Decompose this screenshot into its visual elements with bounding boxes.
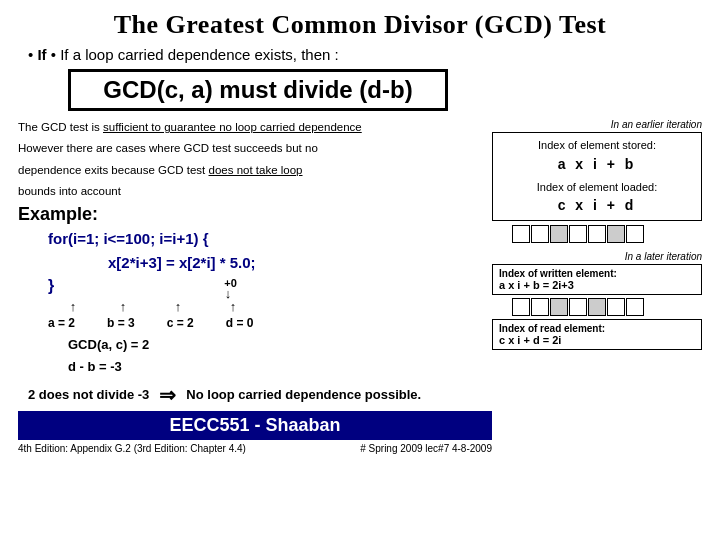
- example-label: Example:: [18, 204, 492, 225]
- arrow-annotations: ↑ ↑ ↑ ↑: [48, 299, 492, 314]
- gcd-description-4: bounds into account: [18, 183, 492, 200]
- gcd-calc-2: d - b = -3: [68, 356, 492, 378]
- ann-d: ↑: [208, 299, 258, 314]
- array-vis-top: [512, 225, 702, 243]
- written-value: a x i + b = 2i+3: [499, 279, 695, 291]
- read-value: c x i + d = 2i: [499, 334, 695, 346]
- read-element-box: Index of read element: c x i + d = 2i: [492, 319, 702, 350]
- bcell-3: [550, 298, 568, 316]
- bcell-1: [512, 298, 530, 316]
- cell-6: [607, 225, 625, 243]
- bcell-5: [588, 298, 606, 316]
- written-element-box: Index of written element: a x i + b = 2i…: [492, 264, 702, 295]
- code-brace: }: [48, 277, 54, 295]
- index-loaded-value: c x i + d: [501, 195, 693, 216]
- footer-left: 4th Edition: Appendix G.2 (3rd Edition: …: [18, 443, 246, 454]
- cell-7: [626, 225, 644, 243]
- written-title: Index of written element:: [499, 268, 695, 279]
- gcd-result-block: GCD(a, c) = 2 d - b = -3: [68, 334, 492, 378]
- index-stored-value: a x i + b: [501, 154, 693, 175]
- code-line2: x[2*i+3] = x[2*i] * 5.0;: [108, 251, 492, 275]
- main-content: The GCD test is sufficient to guarantee …: [18, 119, 702, 454]
- arrow-d: ↑: [230, 299, 237, 314]
- code-block: for(i=1; i<=100; i=i+1) { x[2*i+3] = x[2…: [48, 227, 492, 275]
- footer-row: 4th Edition: Appendix G.2 (3rd Edition: …: [18, 443, 492, 454]
- read-title: Index of read element:: [499, 323, 695, 334]
- cell-1: [512, 225, 530, 243]
- brace-row: } +0 ↓: [48, 277, 492, 299]
- values-row: a = 2 b = 3 c = 2 d = 0: [48, 316, 492, 330]
- ann-c: ↑: [148, 299, 208, 314]
- bcell-6: [607, 298, 625, 316]
- arrow-b: ↑: [120, 299, 127, 314]
- cell-4: [569, 225, 587, 243]
- gcd-calc-1: GCD(a, c) = 2: [68, 334, 492, 356]
- double-arrow: ⇒: [159, 383, 176, 407]
- index-loaded-title: Index of element loaded:: [501, 179, 693, 196]
- bullet-text: • If a loop carried dependence exists, t…: [51, 46, 339, 63]
- gcd-description-3: dependence exits because GCD test does n…: [18, 162, 492, 179]
- array-vis-bottom: [512, 298, 702, 316]
- no-loop-result: No loop carried dependence possible.: [186, 387, 421, 402]
- index-box-top: Index of element stored: a x i + b Index…: [492, 132, 702, 221]
- no-loop-text: 2 does not divide -3: [28, 387, 149, 402]
- c-value: c = 2: [167, 316, 194, 330]
- bullet-point: • If • If a loop carried dependence exis…: [28, 46, 702, 63]
- later-iter-label: In a later iteration: [492, 251, 702, 262]
- d-value: d = 0: [226, 316, 254, 330]
- b-value: b = 3: [107, 316, 135, 330]
- slide-title: The Greatest Common Divisor (GCD) Test: [18, 10, 702, 40]
- plus-zero-col: +0 ↓: [219, 277, 237, 299]
- a-value: a = 2: [48, 316, 75, 330]
- down-arrow: ↓: [225, 289, 232, 299]
- cell-3: [550, 225, 568, 243]
- gcd-description: The GCD test is sufficient to guarantee …: [18, 119, 492, 136]
- cell-5: [588, 225, 606, 243]
- bcell-7: [626, 298, 644, 316]
- cell-2: [531, 225, 549, 243]
- code-line1: for(i=1; i<=100; i=i+1) {: [48, 227, 492, 251]
- index-stored-title: Index of element stored:: [501, 137, 693, 154]
- bcell-2: [531, 298, 549, 316]
- arrow-a: ↑: [70, 299, 77, 314]
- slide: The Greatest Common Divisor (GCD) Test •…: [0, 0, 720, 540]
- highlight-box: GCD(c, a) must divide (d-b): [68, 69, 448, 111]
- bcell-4: [569, 298, 587, 316]
- gcd-description-2: However there are cases where GCD test s…: [18, 140, 492, 157]
- ann-b: ↑: [98, 299, 148, 314]
- left-section: The GCD test is sufficient to guarantee …: [18, 119, 492, 454]
- right-section: In an earlier iteration Index of element…: [492, 119, 702, 454]
- footer-right: # Spring 2009 lec#7 4-8-2009: [360, 443, 492, 454]
- no-loop-row: 2 does not divide -3 ⇒ No loop carried d…: [28, 383, 492, 407]
- arrow-c: ↑: [175, 299, 182, 314]
- eecc-box: EECC551 - Shaaban: [18, 411, 492, 440]
- earlier-iter-label: In an earlier iteration: [492, 119, 702, 130]
- ann-a: ↑: [48, 299, 98, 314]
